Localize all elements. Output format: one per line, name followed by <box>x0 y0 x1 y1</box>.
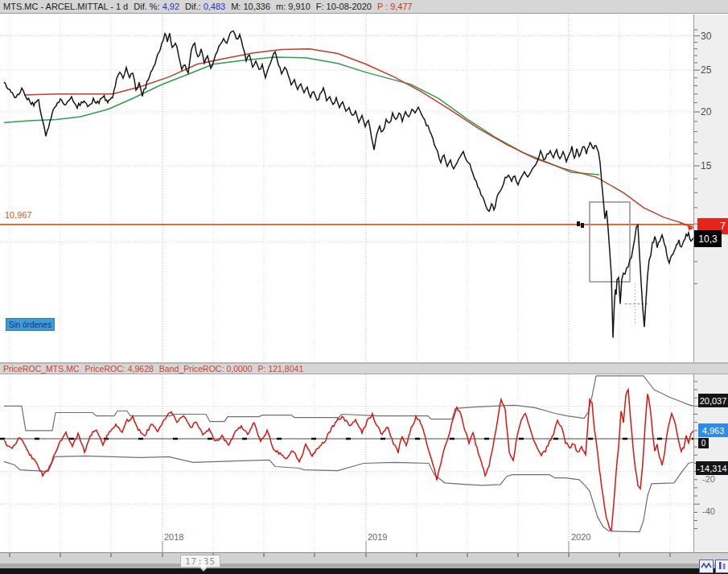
indicator-name: PriceROC_MTS.MC <box>3 364 80 374</box>
dif-pct-field: Dif. %: 4,92 <box>134 2 179 11</box>
clock-overlay: 17:35 <box>180 555 220 568</box>
bottom-toolbar-bars-button[interactable] <box>715 560 728 573</box>
price-tick-label: 25 <box>701 64 711 76</box>
roc-value-field: PriceROC: 4,9628 <box>85 364 154 374</box>
instrument-title: MTS.MC - ARCEL.MITTAL - 1 d <box>3 2 128 11</box>
price-tick-label: 30 <box>701 31 711 42</box>
date-value: 10-08-2020 <box>327 2 372 11</box>
max-field: M: 10,336 <box>231 2 270 11</box>
price-panel-title-bar: MTS.MC - ARCEL.MITTAL - 1 d Dif. %: 4,92… <box>0 0 728 14</box>
min-field: m: 9,910 <box>276 2 311 11</box>
bottom-toolbar-wave-button[interactable] <box>699 560 714 573</box>
last-price-box: 10,3 <box>694 230 722 247</box>
band-lower-value-box: -14,314 <box>696 461 728 475</box>
roc-value-box: 4,963 <box>698 423 728 437</box>
dif-field: Dif.: 0,483 <box>185 2 225 11</box>
trading-app-window: { "window": { "title": "MTS.MC - ARCEL.M… <box>0 0 728 574</box>
roc-chart-area[interactable] <box>0 374 693 551</box>
bars-icon <box>718 560 728 572</box>
close-field: P : 9,477 <box>377 2 413 11</box>
price-tick-label: 15 <box>701 160 711 171</box>
roc-panel-title-bar: PriceROC_MTS.MC PriceROC: 4,9628 Band_Pr… <box>0 364 728 374</box>
min-value: 9,910 <box>288 2 311 11</box>
roc-tick-label: -40 <box>702 506 715 516</box>
bottom-edge-bar <box>0 568 728 574</box>
date-field: F: 10-08-2020 <box>316 2 372 11</box>
wave-icon <box>701 560 712 572</box>
roc-p-field: P: 121,8041 <box>258 364 304 374</box>
max-value: 10,336 <box>243 2 270 11</box>
price-tick-label: 20 <box>701 106 711 118</box>
dif-pct-value: 4,92 <box>162 2 179 11</box>
roc-tick-label: -20 <box>702 474 715 484</box>
price-chart-area[interactable] <box>0 14 693 362</box>
close-value: 9,477 <box>390 2 413 11</box>
dif-value: 0,483 <box>204 2 226 11</box>
band-value-field: Band_PriceROC: 0,0000 <box>159 364 253 374</box>
zero-value-box: 0 <box>698 438 709 448</box>
band-upper-value-box: 20,037 <box>698 394 728 407</box>
